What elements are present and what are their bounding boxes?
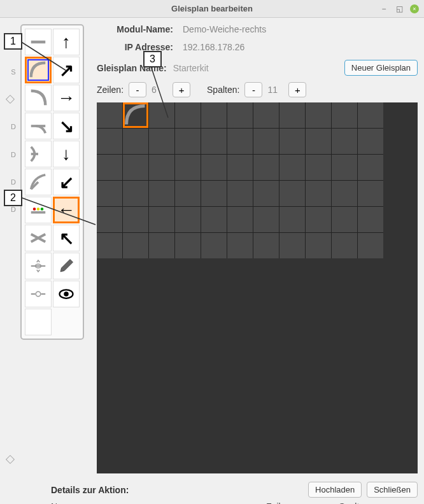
grid-cell[interactable] [332, 102, 357, 128]
arrow-down[interactable]: ↓ [53, 141, 80, 167]
grid-cell[interactable] [358, 155, 383, 180]
grid-cell[interactable] [332, 233, 357, 258]
close-dialog-button[interactable]: Schließen [367, 482, 418, 498]
window-title: Gleisplan bearbeiten [171, 4, 253, 13]
grid-cell[interactable] [149, 181, 174, 206]
grid-cell[interactable] [279, 181, 305, 206]
grid-cell[interactable] [306, 102, 331, 128]
grid-cell[interactable] [358, 207, 383, 232]
grid-cell[interactable] [358, 102, 383, 128]
track-switch-3[interactable] [25, 169, 52, 195]
module-name-value: Demo-Weiche-rechts [183, 24, 266, 34]
track-switch-1[interactable] [25, 113, 52, 139]
grid-cell[interactable] [97, 129, 122, 154]
grid-cell[interactable] [123, 207, 148, 232]
grid-cell[interactable] [227, 233, 253, 258]
track-signal[interactable] [25, 197, 52, 223]
arrow-left-selected[interactable]: ← [53, 197, 80, 223]
grid-cell[interactable] [175, 102, 201, 128]
grid-cell[interactable] [97, 181, 122, 206]
grid-cell[interactable] [227, 181, 253, 206]
grid-cell[interactable] [227, 155, 253, 180]
grid-cell[interactable] [332, 155, 357, 180]
grid-cell[interactable] [201, 155, 227, 180]
grid-cell[interactable] [253, 129, 279, 154]
grid-cell[interactable] [123, 102, 148, 128]
new-plan-button[interactable]: Neuer Gleisplan [344, 60, 418, 76]
grid-cell[interactable] [97, 233, 122, 258]
cols-plus-button[interactable]: + [288, 82, 306, 97]
grid-cell[interactable] [253, 155, 279, 180]
track-straight[interactable] [25, 29, 52, 55]
grid-cell[interactable] [149, 102, 174, 128]
grid-cell[interactable] [279, 233, 305, 258]
track-decoupler[interactable] [25, 253, 52, 279]
grid-cell[interactable] [123, 129, 148, 154]
grid-cell[interactable] [175, 233, 201, 258]
grid-cell[interactable] [279, 207, 305, 232]
grid-cell[interactable] [97, 207, 122, 232]
grid-cell[interactable] [332, 181, 357, 206]
grid-cell[interactable] [358, 129, 383, 154]
grid-cell[interactable] [306, 233, 331, 258]
arrow-right[interactable]: → [53, 85, 80, 111]
close-button[interactable]: × [410, 4, 419, 13]
track-empty[interactable] [25, 309, 52, 335]
track-curve-selected[interactable] [25, 57, 52, 83]
track-switch-2[interactable] [25, 141, 52, 167]
grid-cell[interactable] [123, 181, 148, 206]
grid-cell[interactable] [175, 207, 201, 232]
rows-plus-button[interactable]: + [173, 82, 190, 97]
rows-minus-button[interactable]: - [129, 82, 146, 97]
grid-cell[interactable] [175, 181, 201, 206]
grid-cell[interactable] [279, 155, 305, 180]
cols-minus-button[interactable]: - [244, 82, 262, 97]
tool-pencil[interactable] [53, 253, 80, 279]
grid-cell[interactable] [149, 129, 174, 154]
arrow-down-right[interactable]: ↘ [53, 113, 80, 139]
upload-button[interactable]: Hochladen [308, 482, 362, 498]
grid-cell[interactable] [253, 207, 279, 232]
grid-cell[interactable] [175, 129, 201, 154]
grid-cell[interactable] [253, 181, 279, 206]
grid-cell[interactable] [201, 207, 227, 232]
grid-cell[interactable] [227, 102, 253, 128]
arrow-up[interactable]: ↑ [53, 29, 80, 55]
track-sensor[interactable] [25, 281, 52, 307]
tool-eye[interactable] [53, 281, 80, 307]
grid-cell[interactable] [306, 181, 331, 206]
grid-cell[interactable] [332, 129, 357, 154]
grid-cell[interactable] [358, 181, 383, 206]
grid-cell[interactable] [201, 233, 227, 258]
grid-cell[interactable] [175, 155, 201, 180]
grid-cell[interactable] [149, 207, 174, 232]
track-crossing[interactable] [25, 225, 52, 251]
grid-cell[interactable] [279, 129, 305, 154]
grid-cell[interactable] [279, 102, 305, 128]
grid-cell[interactable] [306, 207, 331, 232]
maximize-button[interactable]: ◱ [395, 4, 404, 13]
track-curve-2[interactable] [25, 85, 52, 111]
grid-cell[interactable] [97, 102, 122, 128]
minimize-button[interactable]: − [379, 4, 388, 13]
grid-cell[interactable] [201, 181, 227, 206]
content-area: Modul-Name: Demo-Weiche-rechts IP Adress… [97, 24, 418, 473]
grid-cell[interactable] [97, 155, 122, 180]
grid-cell[interactable] [227, 129, 253, 154]
grid-cell[interactable] [253, 102, 279, 128]
grid-cell[interactable] [306, 155, 331, 180]
grid-cell[interactable] [123, 233, 148, 258]
grid-cell[interactable] [332, 207, 357, 232]
grid-cell[interactable] [253, 233, 279, 258]
grid-cell[interactable] [123, 155, 148, 180]
grid-cell[interactable] [149, 233, 174, 258]
grid-cell[interactable] [227, 207, 253, 232]
arrow-up-right[interactable]: ↗ [53, 57, 80, 83]
grid-cell[interactable] [358, 233, 383, 258]
grid-cell[interactable] [201, 102, 227, 128]
arrow-down-left[interactable]: ↙ [53, 169, 80, 195]
grid-cell[interactable] [201, 129, 227, 154]
arrow-up-left[interactable]: ↖ [53, 225, 80, 251]
grid-cell[interactable] [149, 155, 174, 180]
grid-cell[interactable] [306, 129, 331, 154]
